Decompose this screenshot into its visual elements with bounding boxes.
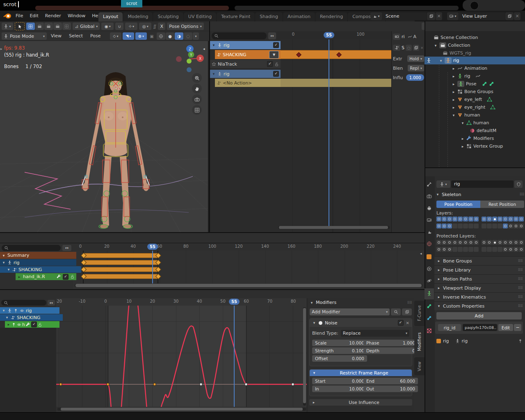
nla-current-frame-line[interactable] [329,39,329,229]
layer-toggle[interactable] [482,224,486,228]
outliner-row-vertex-group[interactable]: ▸Vertex Group [425,142,525,150]
workspace-tab-modeling[interactable]: Modeling [123,12,153,21]
blender-logo-icon[interactable] [3,13,11,19]
proportional-edit-dropdown[interactable]: ◎▾ [139,23,151,30]
outliner-row-defaultm[interactable]: defaultM [425,127,525,135]
layer-toggle[interactable] [468,224,473,228]
workspace-tab-texturepaint[interactable]: Texture Paint [217,12,255,21]
outliner-row-wgts-rig[interactable]: WGTS_rig ✓ [425,49,525,57]
graph-h-scrollbar[interactable] [57,408,306,411]
add-property-button[interactable]: Add [436,312,522,320]
os-active-tab[interactable]: scrot [121,0,142,7]
dopesheet-collapse-icon[interactable]: ◂ [420,251,422,256]
dopesheet-search-expand-button[interactable]: ↔ [62,245,71,251]
outliner-row-eye-left[interactable]: ▸eye_left [425,96,525,103]
armature-id-name-field[interactable]: rig [451,180,514,188]
sidebar-tab-view[interactable]: View [414,357,425,375]
menu-render[interactable]: Render [42,11,64,21]
gizmo-dropdown[interactable]: ◇▾ [110,32,121,40]
offset-field[interactable]: Offset0.000 [312,355,367,362]
nla-search-expand-button[interactable]: ↔ [268,32,276,39]
layer-toggle[interactable] [436,240,441,245]
layer-toggle[interactable] [442,247,447,252]
rig-id-label-button[interactable]: rig_id [438,324,461,331]
layers-grid-left-bottom[interactable] [436,224,479,228]
layer-toggle[interactable] [463,217,468,221]
restrict-out-field[interactable]: Out10.000 [363,386,418,392]
nla-active-strip-name[interactable]: S [402,45,404,50]
tool-settings-dropdown[interactable]: ▾ [2,23,13,30]
layer-toggle[interactable] [447,217,452,221]
tab-bone[interactable] [427,304,432,310]
tab-world[interactable] [427,241,432,248]
viewlayer-new-button[interactable] [505,12,514,20]
select-mode-intersect-button[interactable] [62,23,71,30]
breadcrumb-object-name[interactable]: rig [443,338,449,344]
select-mode-invert-button[interactable] [53,23,62,30]
channel-enable-checkbox[interactable]: ✓ [31,322,37,327]
layer-toggle[interactable] [442,240,447,245]
layer-toggle[interactable] [492,217,497,221]
nla-channel-rig[interactable]: ▾ rig ✓ [210,41,281,49]
layer-toggle[interactable] [447,240,452,245]
layers-grid-left-top[interactable] [436,217,479,221]
pan-hand-icon[interactable] [192,84,202,94]
scale-field[interactable]: Scale10.000 [312,340,367,346]
transform-orientation-dropdown[interactable]: ⊿Global▾ [73,23,100,30]
layer-toggle[interactable] [498,224,502,228]
layer-toggle[interactable] [503,247,508,252]
layer-toggle[interactable] [458,247,463,252]
graph-search-input[interactable] [1,300,46,306]
layer-toggle[interactable] [508,217,513,221]
toolbar-expand-icon[interactable]: ▸ [0,47,2,51]
graph-ruler[interactable]: -20-1001020304050607080 [56,298,307,306]
layer-toggle[interactable] [482,217,486,221]
panel-viewport-display[interactable]: ▸Viewport Display⠿⠿ [434,283,525,292]
viewport-menu-view[interactable]: View [48,32,65,40]
channel-enable-checkbox[interactable]: ✓ [63,274,68,280]
layer-toggle[interactable] [514,224,518,228]
layer-toggle[interactable] [452,240,457,245]
taskbar-group-2[interactable] [235,6,459,10]
layer-toggle[interactable] [458,217,463,221]
keyframe-bar-summary[interactable] [83,253,158,258]
layer-toggle[interactable] [487,240,492,245]
layer-toggle[interactable] [442,217,447,221]
fake-user-shield-button[interactable] [514,180,523,188]
tab-scene[interactable] [427,229,432,236]
panel-inverse-kinematics[interactable]: ▸Inverse Kinematics⠿⠿ [434,292,525,301]
restrict-start-field[interactable]: Start0.000 [312,378,367,384]
keyframe-bar-rig[interactable] [83,260,158,265]
nla-ruler[interactable]: 0100 [277,31,391,39]
restrict-in-field[interactable]: In10.000 [312,386,367,392]
layer-toggle[interactable] [463,224,468,228]
fcurve-canvas[interactable] [56,306,307,407]
layer-toggle[interactable] [452,217,457,221]
layer-toggle[interactable] [514,240,518,245]
graph-v-scrollbar[interactable] [303,307,306,406]
blending-dropdown[interactable]: Repl▾ [408,65,424,71]
pose-options-dropdown[interactable]: Pose Options▾ [167,23,203,30]
layer-toggle[interactable] [519,217,524,221]
workspace-tab-sculpting[interactable]: Sculpting [153,12,183,21]
tab-render[interactable] [427,194,432,200]
graph-search-expand-button[interactable]: ↔ [48,300,55,306]
graph-channel-shacking[interactable]: ▾SHACKING [0,314,63,321]
dopesheet-ruler[interactable]: 020406080100120140160180200220240 [73,243,425,251]
select-mode-extend-button[interactable] [35,23,44,30]
nla-channel-noaction[interactable]: <No Action> [215,79,281,87]
unlock-icon[interactable] [274,62,279,66]
layer-toggle[interactable] [514,247,518,252]
workspace-tab-layout[interactable]: Layout [98,12,123,21]
sidebar-tab-fcurve[interactable]: F-Curve [414,301,425,326]
dopesheet-channel-summary[interactable]: ▾Summary [0,252,76,259]
layer-toggle[interactable] [468,240,473,245]
keyframe-bar-hand[interactable] [83,274,158,279]
tab-texture[interactable] [427,328,432,335]
panel-bone-groups[interactable]: ▸Bone Groups⠿⠿ [434,256,525,265]
strength-field[interactable]: Strength0.100 [312,347,367,354]
influence-value-field[interactable]: 1.000 [406,74,424,81]
scene-browse-button[interactable]: ▾ [370,12,382,20]
nla-copy-button[interactable] [413,45,419,51]
shading-material-button[interactable]: ◑ [175,32,183,40]
